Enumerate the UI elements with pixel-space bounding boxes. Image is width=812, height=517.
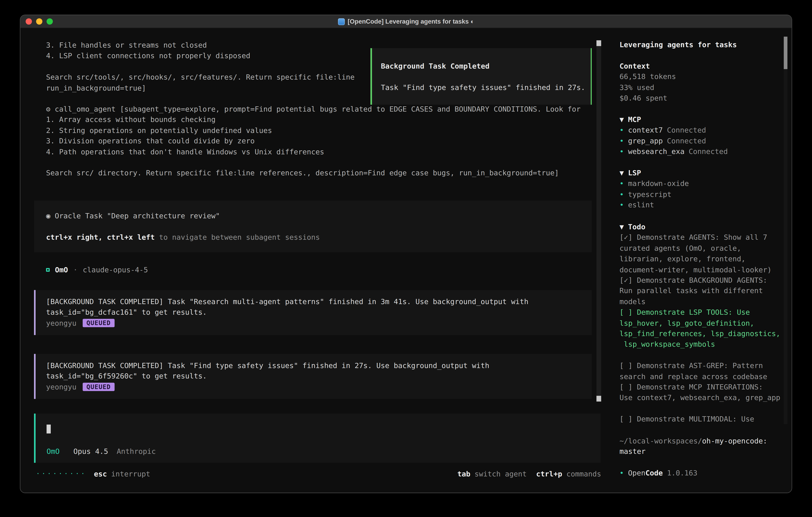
git-branch: master (619, 446, 788, 457)
agent-name: OmO (55, 264, 68, 275)
mcp-heading-label: MCP (628, 114, 641, 125)
workspace-path-line: ~/local-workspaces/oh-my-opencode: (619, 436, 788, 446)
sidebar: Leveraging agents for tasks Context 66,5… (612, 28, 792, 493)
chevron-down-icon: ▼ (619, 114, 624, 125)
agent-square-icon (46, 268, 50, 272)
message-body: [BACKGROUND TASK COMPLETED] Task "Resear… (46, 296, 591, 318)
mcp-item: •context7Connected (619, 125, 728, 135)
lsp-section: ▼ LSP •markdown-oxide •typescript •eslin… (619, 167, 689, 210)
agent-separator: · (73, 264, 78, 275)
context-section: Context 66,518 tokens 33% used $0.46 spe… (619, 61, 676, 104)
bullet-icon: • (619, 126, 624, 134)
app-version-number: 1.0.163 (667, 469, 697, 477)
lsp-item: •typescript (619, 189, 689, 199)
message-footer: yeongyu QUEUED (46, 318, 591, 328)
titlebar: [OpenCode] Leveraging agents for tasks ◐ (20, 15, 792, 28)
lsp-name: typescript (628, 190, 671, 198)
input-model-name: Opus 4.5 (73, 447, 108, 456)
terminal-scrollbar-track[interactable] (597, 40, 601, 402)
app-name-bold: Code (645, 469, 663, 477)
toast-title: Background Task Completed (381, 61, 583, 71)
ctrlp-key-label: commands (567, 469, 601, 479)
close-button[interactable] (26, 19, 32, 25)
background-task-message: [BACKGROUND TASK COMPLETED] Task "Find t… (34, 354, 591, 399)
todo-heading[interactable]: ▼ Todo (619, 221, 788, 232)
session-title: Leveraging agents for tasks (619, 39, 737, 50)
todo-section: ▼ Todo [✓] Demonstrate AGENTS: Show all … (619, 221, 788, 425)
todo-heading-label: Todo (628, 221, 645, 232)
mcp-section: ▼ MCP •context7Connected •grep_appConnec… (619, 114, 728, 157)
mcp-status: Connected (667, 137, 706, 145)
lsp-heading[interactable]: ▼ LSP (619, 167, 689, 178)
path-prefix: ~/local-workspaces/ (619, 437, 702, 445)
context-heading: Context (619, 61, 676, 71)
ctrlp-key-hint: ctrl+p (536, 469, 562, 479)
oracle-task-panel: ◉ Oracle Task "Deep architecture review"… (34, 200, 591, 252)
spinner-icon: ········· (36, 469, 87, 479)
app-name-regular: Open (628, 469, 645, 477)
mcp-heading[interactable]: ▼ MCP (619, 114, 728, 125)
zoom-button[interactable] (47, 19, 53, 25)
input-provider-name: Anthropic (117, 447, 156, 456)
traffic-lights (26, 15, 53, 28)
oracle-task-title: ◉ Oracle Task "Deep architecture review" (46, 211, 591, 221)
context-spent: $0.46 spent (619, 93, 676, 103)
bullet-icon: • (619, 200, 624, 209)
mcp-item: •grep_appConnected (619, 136, 728, 146)
oracle-shortcut: ctrl+x right, ctrl+x left (46, 233, 155, 241)
esc-key-hint: esc (94, 469, 107, 479)
mcp-name: context7 (628, 126, 663, 134)
mcp-item: •websearch_exaConnected (619, 146, 728, 157)
window-title: [OpenCode] Leveraging agents for tasks ◐ (348, 18, 474, 25)
message-author: yeongyu (46, 318, 76, 328)
esc-key-label: interrupt (111, 469, 150, 479)
bullet-icon: • (619, 469, 624, 477)
oracle-hint-text: to navigate between subagent sessions (155, 233, 320, 241)
tab-key-label: switch agent (474, 469, 527, 479)
scrollbar-thumb[interactable] (784, 36, 787, 69)
minimize-button[interactable] (36, 19, 42, 25)
terminal-scrollback: 3. File handles or streams not closed 4.… (46, 40, 354, 93)
status-bar: ········· esc interrupt tab switch agent… (36, 469, 601, 479)
lsp-item: •markdown-oxide (619, 178, 689, 189)
window-icon (338, 18, 345, 25)
message-author: yeongyu (46, 381, 76, 392)
status-badge: QUEUED (83, 383, 114, 391)
todo-item-pending: [ ] Demonstrate MCP INTEGRATIONS: Use co… (619, 382, 788, 403)
prompt-input[interactable]: OmO Opus 4.5 Anthropic (34, 414, 601, 463)
todo-item-pending: [ ] Demonstrate MULTIMODAL: Use (619, 414, 788, 424)
todo-item-done: [✓] Demonstrate AGENTS: Show all 7 curat… (619, 232, 788, 275)
background-task-message: [BACKGROUND TASK COMPLETED] Task "Resear… (34, 290, 591, 335)
tab-key-hint: tab (457, 469, 470, 479)
app-window: [OpenCode] Leveraging agents for tasks ◐… (20, 15, 792, 493)
mcp-name: grep_app (628, 137, 663, 145)
agent-header: OmO · claude-opus-4-5 (46, 264, 148, 275)
context-used: 33% used (619, 82, 676, 93)
text-cursor (47, 425, 51, 434)
bullet-icon: • (619, 179, 624, 188)
lsp-item: •eslint (619, 199, 689, 210)
mcp-status: Connected (689, 147, 728, 156)
input-model-line: OmO Opus 4.5 Anthropic (47, 446, 156, 457)
lsp-name: eslint (628, 200, 654, 209)
sidebar-scrollbar-track[interactable] (784, 36, 787, 424)
path-repo: oh-my-opencode: (702, 437, 767, 445)
message-body: [BACKGROUND TASK COMPLETED] Task "Find t… (46, 360, 591, 382)
bullet-icon: • (619, 190, 624, 198)
message-footer: yeongyu QUEUED (46, 381, 591, 392)
input-agent-name: OmO (47, 447, 60, 456)
scrollbar-thumb[interactable] (597, 40, 601, 46)
todo-item-active: [ ] Demonstrate LSP TOOLS: Use lsp_hover… (619, 307, 788, 350)
oracle-hint-line: ctrl+x right, ctrl+x left to navigate be… (46, 232, 591, 243)
screen: [OpenCode] Leveraging agents for tasks ◐… (0, 0, 812, 517)
lsp-heading-label: LSP (628, 167, 641, 178)
scrollbar-thumb[interactable] (597, 396, 601, 402)
workspace-path: ~/local-workspaces/oh-my-opencode: maste… (619, 436, 788, 457)
status-badge: QUEUED (83, 319, 114, 327)
chevron-down-icon: ▼ (619, 167, 624, 178)
context-tokens: 66,518 tokens (619, 71, 676, 82)
version-line: •OpenCode1.0.163 (619, 467, 697, 478)
agent-model: claude-opus-4-5 (83, 264, 148, 275)
toast-notification: Background Task Completed Task "Find typ… (371, 48, 592, 105)
toast-body: Task "Find type safety issues" finished … (381, 82, 583, 93)
